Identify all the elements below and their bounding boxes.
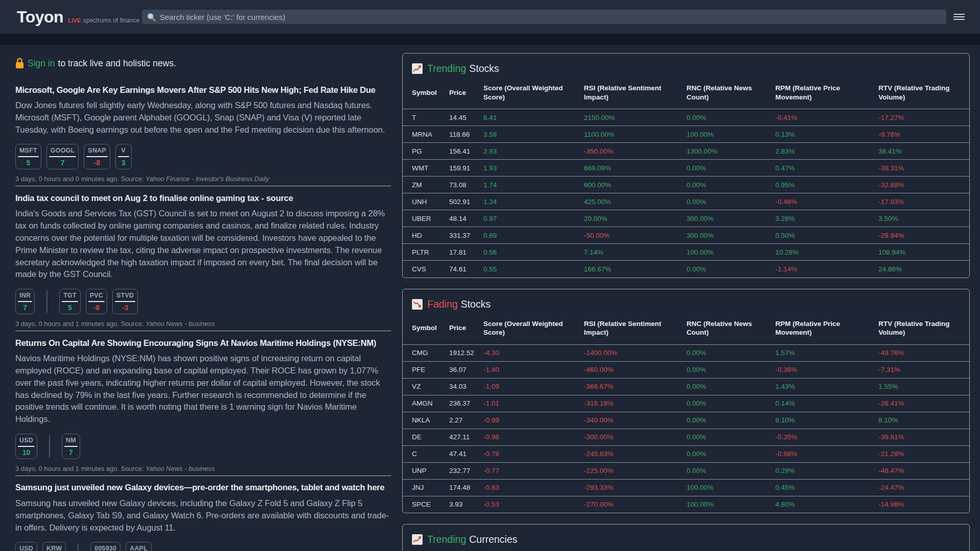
stock-row[interactable]: PLTR17.810.567.14%100.00%10.28%108.94%: [403, 244, 969, 261]
article-headline[interactable]: Microsoft, Google Are Key Earnings Mover…: [15, 84, 391, 95]
stock-price: 427.11: [449, 429, 483, 445]
ticker-chip-row: MSFT5GOOGL7SNAP-8V3: [15, 144, 391, 169]
chip-score: 7: [61, 159, 65, 167]
stock-metric: 4.80%: [775, 496, 878, 513]
ticker-chip[interactable]: GOOGL7: [46, 144, 79, 169]
stock-metric: 0.47%: [775, 160, 878, 177]
search-input[interactable]: [160, 13, 941, 21]
stock-price: 3.93: [449, 496, 483, 513]
stock-metric: 0.55: [483, 261, 584, 278]
stock-symbol: C: [403, 445, 449, 462]
search-bar[interactable]: [142, 10, 946, 24]
ticker-chip[interactable]: NM7: [62, 434, 80, 459]
stock-row[interactable]: SPCE3.93-0.53-270.00%100.00%4.80%-14.96%: [403, 496, 969, 513]
article-headline[interactable]: Returns On Capital Are Showing Encouragi…: [15, 337, 391, 348]
ticker-chip[interactable]: KRW: [42, 542, 66, 551]
trending-stocks-card: TrendingStocksSymbolPriceScore (Overall …: [402, 53, 970, 278]
ticker-chip[interactable]: TGT5: [59, 289, 81, 314]
stock-metric: -366.67%: [584, 378, 687, 395]
stock-row[interactable]: WMT159.911.93669.09%0.00%0.47%-38.31%: [403, 160, 969, 177]
article-headline[interactable]: Samsung just unveiled new Galaxy devices…: [15, 482, 391, 493]
app-logo: Toyon: [17, 8, 63, 27]
column-header: Price: [449, 76, 483, 109]
stock-row[interactable]: PFE36.07-1.40-460.00%0.00%-0.36%-7.31%: [403, 361, 969, 378]
stock-row[interactable]: MRNA118.663.581100.00%100.00%0.13%-9.76%: [403, 126, 969, 143]
stock-metric: 0.00%: [687, 412, 775, 429]
stock-row[interactable]: VZ34.03-1.09-366.67%0.00%1.43%1.55%: [403, 378, 969, 395]
stock-symbol: CVS: [403, 261, 449, 278]
stock-price: 159.91: [449, 160, 483, 177]
sub-header-strip: [0, 34, 980, 45]
stock-metric: -1.01: [483, 395, 584, 412]
stock-row[interactable]: C47.41-0.78-245.83%0.00%-0.98%-21.28%: [403, 445, 969, 462]
chart-up-icon: [412, 534, 423, 545]
ticker-chip[interactable]: USD: [15, 542, 37, 551]
stock-metric: 0.29%: [775, 462, 878, 479]
stock-metric: 0.56: [483, 244, 584, 261]
stock-metric: 6.41: [483, 109, 584, 126]
stock-row[interactable]: UBER48.140.9720.00%300.00%3.28%3.50%: [403, 210, 969, 227]
stock-row[interactable]: CVS74.610.55166.67%0.00%-1.14%24.86%: [403, 261, 969, 278]
stock-row[interactable]: ZM73.081.74600.00%0.00%0.95%-32.88%: [403, 177, 969, 193]
chip-divider-bar: [62, 301, 78, 302]
fading-stocks-card: FadingStocksSymbolPriceScore (Overall We…: [402, 289, 970, 514]
stock-metric: 7.14%: [584, 244, 687, 261]
ticker-chip[interactable]: SNAP-8: [84, 144, 110, 169]
news-article: Samsung just unveiled new Galaxy devices…: [15, 476, 391, 551]
stock-metric: 1100.00%: [584, 126, 687, 143]
chip-group-divider: [49, 435, 50, 458]
chip-group: 005930AAPL: [90, 542, 152, 551]
ticker-chip[interactable]: INR7: [15, 289, 35, 314]
ticker-chip[interactable]: PVC-8: [86, 289, 107, 314]
chip-symbol: V: [120, 147, 128, 154]
chip-symbol: INR: [18, 292, 32, 299]
menu-icon[interactable]: [953, 14, 965, 20]
news-article: India tax council to meet on Aug 2 to fi…: [15, 186, 391, 331]
stock-metric: -0.77: [483, 462, 584, 479]
stock-metric: 425.00%: [584, 193, 687, 210]
chip-group: TGT5PVC-8STVD-3: [59, 289, 138, 314]
brand: Toyon LIVE spectrums of finance: [17, 8, 142, 27]
ticker-chip[interactable]: 005930: [90, 542, 120, 551]
ticker-chip[interactable]: AAPL: [126, 542, 152, 551]
stock-row[interactable]: UNP232.77-0.77-225.00%0.00%0.29%-46.47%: [403, 462, 969, 479]
signin-row: Sign in to track live and holistic news.: [15, 57, 391, 69]
stock-metric: 0.00%: [687, 193, 775, 210]
stock-price: 47.41: [449, 445, 483, 462]
stock-metric: 0.97: [483, 210, 584, 227]
stock-metric: -0.46%: [775, 193, 878, 210]
stock-metric: 166.67%: [584, 261, 687, 278]
stock-metric: -39.81%: [878, 429, 969, 445]
stock-metric: -0.41%: [775, 109, 878, 126]
stock-metric: 100.00%: [687, 126, 775, 143]
column-header: RSI (Relative Sentiment Impact): [584, 311, 687, 345]
stock-row[interactable]: DE427.11-0.98-300.00%0.00%-0.35%-39.81%: [403, 429, 969, 445]
column-header: RSI (Relative Sentiment Impact): [584, 76, 687, 109]
chip-divider-bar: [18, 156, 39, 157]
stock-row[interactable]: PG156.412.93-350.00%1300.00%2.83%38.41%: [403, 143, 969, 160]
chip-score: -3: [122, 304, 128, 312]
stock-row[interactable]: AMGN236.37-1.01-318.18%0.00%0.14%-26.41%: [403, 395, 969, 412]
chip-score: 5: [27, 159, 31, 167]
ticker-chip[interactable]: V3: [115, 144, 132, 169]
ticker-chip[interactable]: USD10: [15, 434, 37, 459]
column-header: Score (Overall Weighted Score): [483, 76, 584, 109]
stock-metric: -32.88%: [878, 177, 969, 193]
stock-metric: -350.00%: [584, 143, 687, 160]
signin-link[interactable]: Sign in: [28, 58, 55, 69]
stock-row[interactable]: UNH502.911.24425.00%0.00%-0.46%-17.93%: [403, 193, 969, 210]
stock-row[interactable]: T14.456.412150.00%0.00%-0.41%-17.27%: [403, 109, 969, 126]
stock-metric: 0.45%: [775, 479, 878, 496]
ticker-chip[interactable]: STVD-3: [112, 289, 138, 314]
stock-row[interactable]: JNJ174.48-0.63-293.33%100.00%0.45%-24.47…: [403, 479, 969, 496]
chip-score: 7: [69, 448, 73, 457]
stock-row[interactable]: NKLA2.27-0.99-340.00%0.00%8.10%8.10%: [403, 412, 969, 429]
article-meta: 3 days, 0 hours and 1 minutes ago. Sourc…: [15, 320, 391, 331]
chip-symbol: KRW: [45, 545, 63, 551]
stock-row[interactable]: HD331.370.69-50.00%300.00%0.50%-29.94%: [403, 227, 969, 244]
stock-row[interactable]: CMG1912.52-4.30-1400.00%0.00%1.57%-49.76…: [403, 344, 969, 361]
stock-metric: 3.28%: [775, 210, 878, 227]
article-headline[interactable]: India tax council to meet on Aug 2 to fi…: [15, 192, 391, 204]
stock-metric: -1.14%: [775, 261, 878, 278]
ticker-chip[interactable]: MSFT5: [15, 144, 41, 169]
